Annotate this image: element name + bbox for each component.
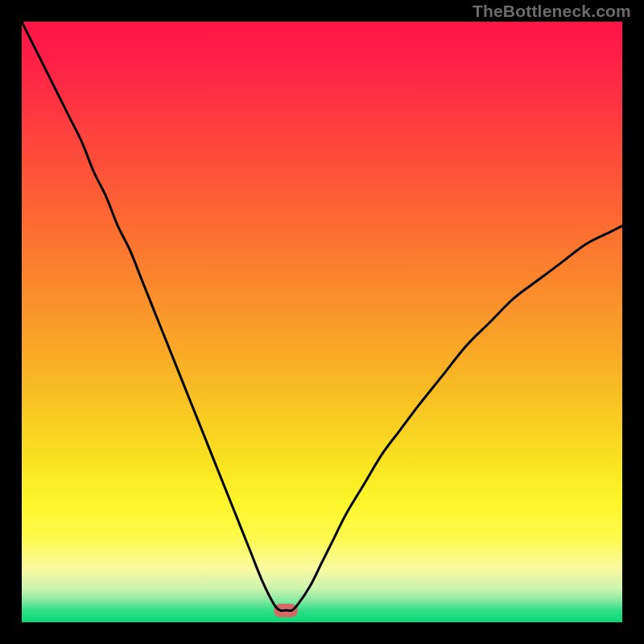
watermark-text: TheBottleneck.com (473, 2, 631, 21)
chart-frame: TheBottleneck.com (0, 0, 644, 644)
plot-area (22, 22, 622, 622)
bottleneck-curve (22, 22, 622, 622)
